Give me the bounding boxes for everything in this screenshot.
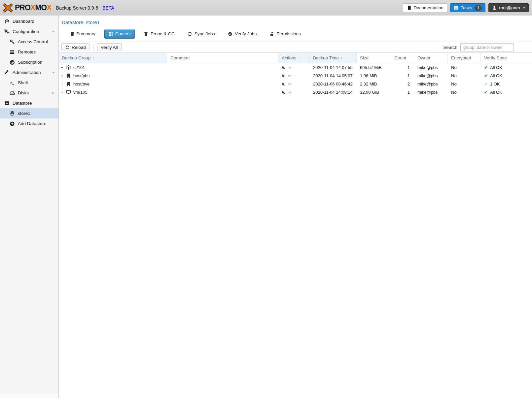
- expand-icon[interactable]: +: [60, 65, 64, 70]
- reload-button[interactable]: Reload: [61, 43, 89, 51]
- sidebar-item-label: Disks: [18, 90, 29, 95]
- user-menu-button[interactable]: root@pam ▾: [488, 3, 529, 12]
- life-ring-icon: [9, 60, 15, 65]
- table-row-vm-105[interactable]: + vm/105 V. ✂ 2020-11-04 14:08:14 32.00 …: [59, 88, 532, 96]
- sidebar-item-label: Subscription: [18, 60, 42, 65]
- tab-label: Summary: [76, 31, 95, 36]
- unlock-icon: [269, 32, 274, 36]
- sidebar-item-administration[interactable]: Administration ▾: [0, 67, 58, 78]
- tasks-button[interactable]: Tasks 1: [450, 3, 485, 12]
- sidebar-item-label: Configuration: [13, 29, 39, 34]
- beta-link[interactable]: BETA: [102, 5, 114, 11]
- verify-action[interactable]: V.: [282, 74, 285, 78]
- wrench-icon: [4, 70, 10, 75]
- tab-label: Verify Jobs: [235, 31, 257, 36]
- chevron-right-icon[interactable]: ▸: [52, 91, 54, 95]
- sidebar-item-subscription[interactable]: Subscription: [0, 57, 58, 67]
- sort-asc-icon: ↑: [92, 56, 94, 60]
- column-header-verify-state[interactable]: Verify State: [481, 53, 532, 63]
- table-row-host-pbs[interactable]: + host/pbs V. ✂ 2020-11-04 14:05:07 1.98…: [59, 72, 532, 80]
- search-input[interactable]: [460, 43, 514, 51]
- task-list-icon: [454, 6, 458, 10]
- check-icon: ✔: [484, 82, 488, 86]
- prune-scissors-icon[interactable]: ✂: [288, 73, 292, 79]
- sidebar-item-add-datastore[interactable]: Add Datastore: [0, 118, 58, 129]
- table-body: + ct/101 V. ✂ 2020-11-04 14:07:55 695.57…: [59, 63, 532, 96]
- verify-state: All OK: [490, 73, 502, 78]
- encrypted-value: No: [451, 90, 457, 95]
- sidebar-item-remotes[interactable]: Remotes: [0, 47, 58, 57]
- column-label: Size: [360, 55, 369, 60]
- table-row-host-pve[interactable]: + host/pve V. ✂ 2020-11-06 08:46:42 2.32…: [59, 80, 532, 88]
- sidebar-item-store1[interactable]: store1: [0, 108, 58, 118]
- sidebar-item-dashboard[interactable]: Dashboard: [0, 16, 58, 26]
- check-icon: ✔: [484, 65, 488, 70]
- column-label: Backup Time: [313, 55, 339, 60]
- sort-asc-icon: ↑: [340, 56, 342, 60]
- proxmox-wordmark: PROXMOX: [15, 3, 52, 12]
- sidebar-item-disks[interactable]: Disks ▸: [0, 88, 58, 98]
- owner-value: mike@pbs: [417, 65, 438, 70]
- chevron-down-icon[interactable]: ▾: [52, 29, 54, 34]
- column-label: Encrypted: [451, 55, 471, 60]
- documentation-label: Documentation: [413, 5, 443, 10]
- tasks-count-badge: 1: [475, 5, 482, 11]
- encrypted-value: No: [451, 65, 457, 70]
- column-header-count[interactable]: Count: [391, 53, 414, 63]
- sidebar-item-label: Shell: [18, 80, 28, 85]
- top-bar: PROXMOX Backup Server 0.9-6 BETA Documen…: [0, 0, 532, 16]
- column-label: Actions: [282, 55, 296, 60]
- tab-summary[interactable]: Summary: [65, 29, 99, 39]
- sidebar-scrollbar-track[interactable]: [0, 394, 58, 398]
- encrypted-value: No: [451, 82, 457, 86]
- size-value: 1.98 MiB: [360, 73, 377, 78]
- column-header-comment[interactable]: Comment: [167, 53, 278, 63]
- expand-icon[interactable]: +: [60, 74, 64, 78]
- tab-sync-jobs[interactable]: Sync Jobs: [184, 29, 219, 39]
- search-label: Search: [443, 45, 457, 50]
- gears-icon: [4, 29, 10, 34]
- reload-label: Reload: [72, 45, 86, 50]
- column-label: Count: [394, 55, 406, 60]
- tab-verify-jobs[interactable]: Verify Jobs: [224, 29, 261, 39]
- verify-action[interactable]: V.: [282, 65, 285, 70]
- terminal-icon: >_: [9, 81, 15, 85]
- size-value: 695.57 MiB: [360, 65, 382, 70]
- column-header-backup-time[interactable]: Backup Time ↑: [310, 53, 357, 63]
- content-toolbar: Reload Verify All Search: [59, 42, 532, 53]
- book-icon: [407, 6, 411, 10]
- column-header-encrypted[interactable]: Encrypted: [448, 53, 481, 63]
- chevron-down-icon: ▾: [523, 6, 525, 10]
- product-subtitle: Backup Server 0.9-6: [56, 5, 98, 11]
- host-building-icon: [66, 82, 71, 86]
- table-row-ct-101[interactable]: + ct/101 V. ✂ 2020-11-04 14:07:55 695.57…: [59, 63, 532, 72]
- expand-icon[interactable]: +: [60, 90, 64, 95]
- verify-action[interactable]: V.: [282, 90, 285, 95]
- expand-icon[interactable]: +: [60, 82, 64, 86]
- owner-value: mike@pbs: [417, 82, 438, 86]
- column-header-backup-group[interactable]: Backup Group ↑: [59, 53, 167, 63]
- tab-permissions[interactable]: Permissions: [266, 29, 305, 39]
- sidebar-item-configuration[interactable]: Configuration ▾: [0, 26, 58, 37]
- prune-scissors-icon[interactable]: ✂: [288, 65, 292, 70]
- column-header-owner[interactable]: Owner: [414, 53, 448, 63]
- column-header-actions[interactable]: Actions ↑: [278, 53, 310, 63]
- verify-action[interactable]: V.: [282, 82, 285, 86]
- host-building-icon: [66, 73, 71, 78]
- backup-group-name: ct/101: [73, 65, 85, 70]
- prune-scissors-icon[interactable]: ✂: [288, 90, 292, 95]
- tab-content[interactable]: Content: [104, 29, 135, 39]
- verify-all-button[interactable]: Verify All: [97, 43, 122, 51]
- tab-label: Prune & GC: [151, 31, 175, 36]
- chevron-down-icon[interactable]: ▾: [52, 70, 54, 75]
- sidebar-item-label: Add Datastore: [18, 121, 46, 126]
- documentation-button[interactable]: Documentation: [403, 3, 447, 12]
- sidebar-item-access-control[interactable]: Access Control: [0, 37, 58, 47]
- column-header-size[interactable]: Size: [357, 53, 391, 63]
- prune-scissors-icon[interactable]: ✂: [288, 82, 292, 87]
- tab-prune-gc[interactable]: Prune & GC: [140, 29, 179, 39]
- backup-time: 2020-11-06 08:46:42: [313, 82, 353, 86]
- sidebar-item-datastore[interactable]: Datastore: [0, 98, 58, 108]
- sidebar-item-shell[interactable]: >_ Shell: [0, 78, 58, 88]
- tab-bar: Summary Content Prune & GC Sync Jobs Ver…: [65, 29, 532, 39]
